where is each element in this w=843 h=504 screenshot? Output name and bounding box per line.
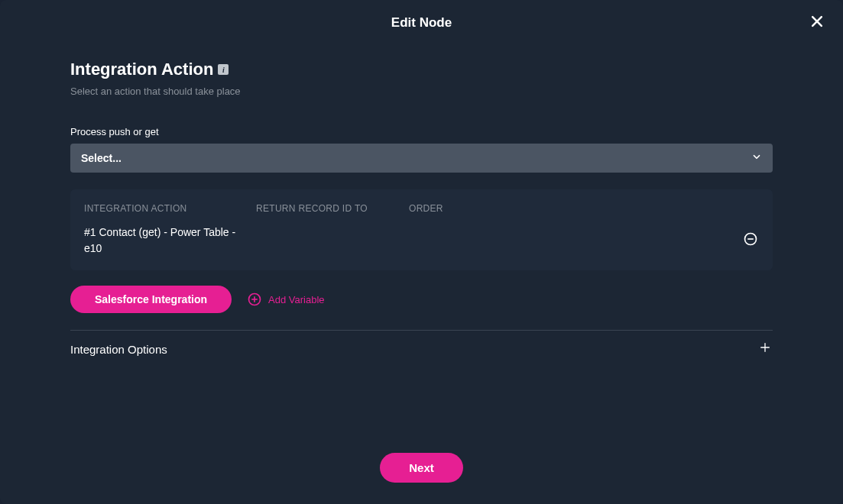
process-select[interactable]: Select...	[70, 144, 773, 173]
field-label: Process push or get	[70, 126, 773, 137]
action-row: Salesforce Integration Add Variable	[70, 286, 773, 313]
info-icon[interactable]: i	[218, 64, 229, 75]
th-return-record-id: RETURN RECORD ID TO	[256, 203, 409, 214]
add-variable-button[interactable]: Add Variable	[247, 292, 324, 307]
table-header-row: INTEGRATION ACTION RETURN RECORD ID TO O…	[70, 203, 773, 225]
section-title-row: Integration Action i	[70, 60, 773, 79]
field-group: Process push or get Select...	[70, 126, 773, 173]
modal-header: Edit Node	[0, 0, 843, 46]
modal-title: Edit Node	[391, 15, 452, 31]
next-button[interactable]: Next	[380, 453, 463, 483]
edit-node-modal: Edit Node Integration Action i Select an…	[0, 0, 843, 504]
integration-options-row: Integration Options	[70, 341, 773, 357]
actions-table: INTEGRATION ACTION RETURN RECORD ID TO O…	[70, 189, 773, 270]
table-row: #1 Contact (get) - Power Table - e10	[70, 225, 773, 257]
salesforce-integration-button[interactable]: Salesforce Integration	[70, 286, 232, 313]
th-order: ORDER	[409, 203, 759, 214]
add-variable-label: Add Variable	[268, 294, 324, 305]
plus-circle-icon	[247, 292, 262, 307]
section-subtitle: Select an action that should take place	[70, 86, 773, 97]
row-action-value: #1 Contact (get) - Power Table - e10	[84, 225, 256, 257]
remove-row-button[interactable]	[742, 232, 759, 249]
remove-icon	[743, 231, 758, 250]
chevron-down-icon	[751, 152, 762, 165]
integration-options-label: Integration Options	[70, 343, 167, 356]
close-button[interactable]	[808, 14, 826, 32]
divider	[70, 330, 773, 331]
select-placeholder: Select...	[81, 152, 122, 164]
modal-body: Integration Action i Select an action th…	[0, 46, 843, 357]
expand-options-button[interactable]	[757, 341, 773, 357]
section-title: Integration Action	[70, 60, 213, 79]
plus-icon	[759, 341, 771, 357]
modal-footer: Next	[0, 453, 843, 483]
close-icon	[809, 14, 825, 32]
th-integration-action: INTEGRATION ACTION	[84, 203, 256, 214]
